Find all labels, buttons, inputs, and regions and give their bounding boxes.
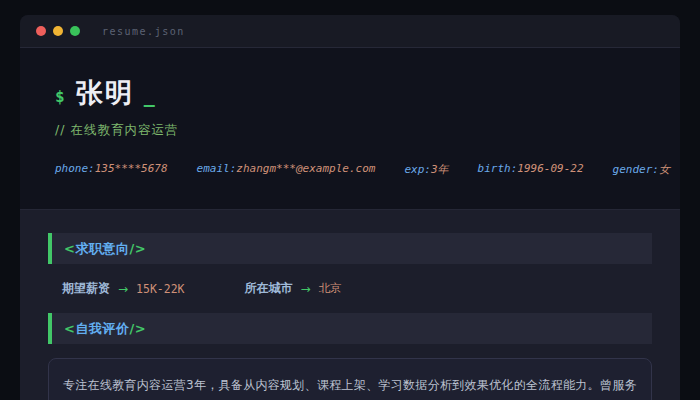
header-section: $ 张明 _ // 在线教育内容运营 phone:135****5678 ema… [20,48,680,210]
tag-open: < [64,321,75,336]
intent-value: 15K-22K [136,282,184,296]
arrow-right-icon: → [118,282,128,296]
contact-value: 135****5678 [95,162,168,175]
arrow-right-icon: → [301,282,311,296]
section-header-summary: <自我评价/> [48,313,652,344]
intent-value: 北京 [319,281,342,296]
contact-key: email: [197,162,237,175]
window-title: resume.json [102,26,185,37]
contact-item-phone: phone:135****5678 [55,162,168,177]
section-title: 求职意向 [75,240,129,258]
section-title: 自我评价 [75,320,129,338]
maximize-button[interactable] [70,26,80,36]
terminal-cursor: _ [144,82,155,107]
tag-open: < [64,241,75,256]
contact-value: zhangm***@example.com [236,162,375,175]
contact-value: 女 [659,163,670,176]
contact-item-birth: birth:1996-09-22 [478,162,584,177]
summary-card: 专注在线教育内容运营3年，具备从内容规划、课程上架、学习数据分析到效果优化的全流… [48,358,652,400]
contact-item-exp: exp:3年 [404,162,448,177]
intent-row: 期望薪资 → 15K-22K 所在城市 → 北京 [48,264,652,313]
intent-label: 所在城市 [245,280,293,297]
contact-key: gender: [613,163,659,176]
terminal-window: resume.json $ 张明 _ // 在线教育内容运营 phone:135… [20,15,680,400]
contact-item-gender: gender:女 [613,162,670,177]
contact-row: phone:135****5678 email:zhangm***@exampl… [55,162,645,177]
resume-body: <求职意向/> 期望薪资 → 15K-22K 所在城市 → 北京 <自我评价/>… [20,210,680,400]
close-button[interactable] [36,26,46,36]
tag-close: /> [129,241,146,256]
contact-item-email: email:zhangm***@example.com [197,162,376,177]
contact-key: birth: [478,162,518,175]
section-header-intent: <求职意向/> [48,233,652,264]
contact-key: phone: [55,162,95,175]
name-line: $ 张明 _ [55,75,645,111]
summary-text: 专注在线教育内容运营3年，具备从内容规划、课程上架、学习数据分析到效果优化的全流… [63,374,637,400]
candidate-name: 张明 [76,75,134,111]
contact-value: 1996-09-22 [517,162,583,175]
intent-item-salary: 期望薪资 → 15K-22K [62,280,185,297]
contact-key: exp: [404,163,431,176]
minimize-button[interactable] [53,26,63,36]
prompt-symbol: $ [55,87,65,106]
tag-close: /> [129,321,146,336]
titlebar: resume.json [20,15,680,48]
intent-label: 期望薪资 [62,280,110,297]
intent-item-city: 所在城市 → 北京 [245,280,342,297]
contact-value: 3年 [431,163,449,176]
role-comment: // 在线教育内容运营 [55,122,645,139]
